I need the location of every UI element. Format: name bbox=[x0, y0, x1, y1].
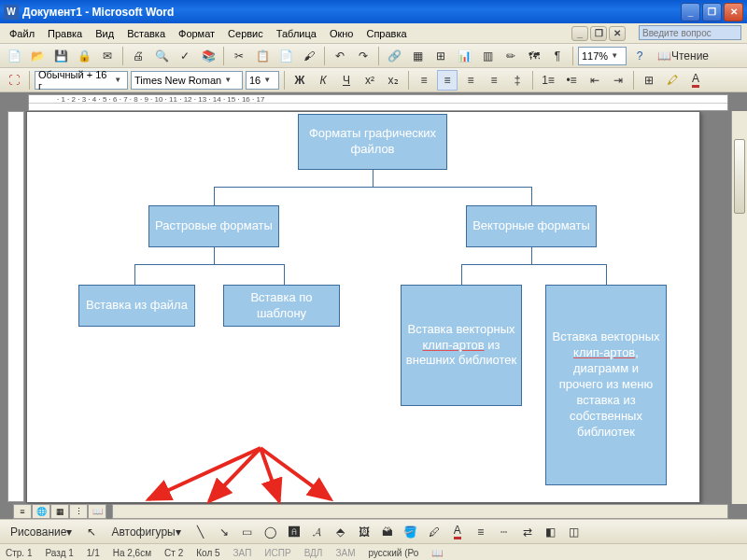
tables-borders-icon[interactable]: ▦ bbox=[407, 46, 428, 66]
save-icon[interactable]: 💾 bbox=[50, 46, 71, 66]
scrollbar-thumb[interactable] bbox=[734, 139, 745, 214]
select-objects-icon[interactable]: ↖ bbox=[81, 522, 102, 542]
chart-node-clip-external[interactable]: Вставка векторных клип-артов из внешних … bbox=[401, 285, 522, 406]
menu-file[interactable]: Файл bbox=[4, 26, 40, 41]
align-right-icon[interactable]: ≡ bbox=[460, 70, 481, 91]
chart-node-clip-own[interactable]: Вставка векторных клип-артов, диаграмм и… bbox=[545, 285, 667, 485]
3d-icon[interactable]: ◫ bbox=[564, 522, 585, 542]
status-spell-icon[interactable]: 📖 bbox=[431, 548, 443, 558]
dash-style-icon[interactable]: ┄ bbox=[494, 522, 514, 542]
fontsize-combo[interactable]: 16▼ bbox=[246, 71, 279, 90]
clipart-icon[interactable]: 🖼 bbox=[354, 522, 374, 542]
line-icon[interactable]: ╲ bbox=[190, 522, 211, 542]
textbox-icon[interactable]: 🅰 bbox=[284, 522, 304, 542]
doc-close-button[interactable]: ✕ bbox=[609, 26, 626, 41]
chart-node-root[interactable]: Форматы графических файлов bbox=[298, 114, 447, 170]
help-icon[interactable]: ? bbox=[629, 46, 650, 66]
menu-table[interactable]: Таблица bbox=[271, 26, 322, 41]
diagram-icon[interactable]: ⬘ bbox=[331, 522, 351, 542]
document-page[interactable]: Форматы графических файлов Растровые фор… bbox=[26, 111, 700, 503]
mail-icon[interactable]: ✉ bbox=[97, 46, 118, 66]
print-icon[interactable]: 🖨 bbox=[128, 46, 148, 66]
bold-icon[interactable]: Ж bbox=[289, 70, 310, 91]
ruler-vertical[interactable] bbox=[7, 111, 24, 502]
redo-icon[interactable]: ↷ bbox=[353, 46, 374, 66]
arrow-icon[interactable]: ↘ bbox=[214, 522, 234, 542]
align-justify-icon[interactable]: ≡ bbox=[484, 70, 504, 91]
chart-node-template[interactable]: Вставка по шаблону bbox=[223, 285, 340, 327]
style-combo[interactable]: Обычный + 16 г▼ bbox=[35, 71, 128, 90]
undo-icon[interactable]: ↶ bbox=[330, 46, 350, 66]
preview-icon[interactable]: 🔍 bbox=[151, 46, 172, 66]
format-painter-icon[interactable]: 🖌 bbox=[299, 46, 319, 66]
line-spacing-icon[interactable]: ‡ bbox=[507, 70, 528, 91]
excel-icon[interactable]: 📊 bbox=[454, 46, 474, 66]
arrow-style-icon[interactable]: ⇄ bbox=[517, 522, 538, 542]
paragraph-icon[interactable]: ¶ bbox=[547, 46, 568, 66]
menu-service[interactable]: Сервис bbox=[222, 26, 269, 41]
help-question-input[interactable] bbox=[639, 25, 741, 40]
oval-icon[interactable]: ◯ bbox=[261, 522, 281, 542]
indent-dec-icon[interactable]: ⇤ bbox=[585, 70, 605, 91]
doc-restore-button[interactable]: ❐ bbox=[590, 26, 607, 41]
insert-table-icon[interactable]: ⊞ bbox=[430, 46, 451, 66]
autoshapes-menu[interactable]: Автофигуры ▾ bbox=[105, 522, 187, 542]
underline-icon[interactable]: Ч bbox=[336, 70, 357, 91]
fill-color-icon[interactable]: 🪣 bbox=[401, 522, 421, 542]
line-color-icon[interactable]: 🖊 bbox=[424, 522, 444, 542]
highlight-icon[interactable]: 🖍 bbox=[662, 70, 683, 91]
cut-icon[interactable]: ✂ bbox=[229, 46, 249, 66]
wordart-icon[interactable]: 𝓐 bbox=[307, 522, 328, 542]
new-doc-icon[interactable]: 📄 bbox=[4, 46, 24, 66]
ruler-horizontal[interactable]: · 1 · 2 · 3 · 4 · 5 · 6 · 7 · 8 · 9 · 10… bbox=[28, 94, 728, 111]
view-web-icon[interactable]: 🌐 bbox=[32, 504, 50, 519]
chart-node-vector[interactable]: Векторные форматы bbox=[466, 205, 597, 247]
view-reading-icon[interactable]: 📖 bbox=[88, 504, 106, 519]
bullets-icon[interactable]: •≡ bbox=[561, 70, 582, 91]
paste-icon[interactable]: 📄 bbox=[275, 46, 296, 66]
copy-icon[interactable]: 📋 bbox=[252, 46, 273, 66]
maximize-button[interactable]: ❐ bbox=[702, 3, 722, 21]
open-icon[interactable]: 📂 bbox=[27, 46, 48, 66]
align-left-icon[interactable]: ≡ bbox=[414, 70, 434, 91]
line-style-icon[interactable]: ≡ bbox=[471, 522, 491, 542]
font-color-draw-icon[interactable]: A bbox=[447, 522, 468, 542]
numbering-icon[interactable]: 1≡ bbox=[538, 70, 558, 91]
permission-icon[interactable]: 🔒 bbox=[74, 46, 94, 66]
doc-minimize-button[interactable]: _ bbox=[571, 26, 588, 41]
horizontal-scrollbar[interactable] bbox=[112, 504, 728, 519]
hyperlink-icon[interactable]: 🔗 bbox=[384, 46, 404, 66]
subscript-icon[interactable]: x₂ bbox=[383, 70, 403, 91]
menu-help[interactable]: Справка bbox=[360, 26, 412, 41]
view-print-icon[interactable]: ▦ bbox=[50, 504, 69, 519]
superscript-icon[interactable]: x² bbox=[359, 70, 380, 91]
zoom-combo[interactable]: 117%▼ bbox=[578, 47, 627, 65]
menu-edit[interactable]: Правка bbox=[42, 26, 88, 41]
italic-icon[interactable]: К bbox=[313, 70, 333, 91]
columns-icon[interactable]: ▥ bbox=[477, 46, 498, 66]
menu-format[interactable]: Формат bbox=[173, 26, 220, 41]
shadow-icon[interactable]: ◧ bbox=[541, 522, 561, 542]
view-normal-icon[interactable]: ≡ bbox=[13, 504, 32, 519]
font-combo[interactable]: Times New Roman▼ bbox=[131, 71, 243, 90]
read-mode-button[interactable]: 📖 Чтение bbox=[653, 46, 713, 66]
chart-node-raster[interactable]: Растровые форматы bbox=[148, 205, 279, 247]
picture-icon[interactable]: 🏔 bbox=[377, 522, 398, 542]
menu-window[interactable]: Окно bbox=[324, 26, 359, 41]
close-button[interactable]: ✕ bbox=[724, 3, 743, 21]
format-tools-icon[interactable]: ⛶ bbox=[4, 70, 24, 91]
rectangle-icon[interactable]: ▭ bbox=[237, 522, 258, 542]
align-center-icon[interactable]: ≡ bbox=[437, 70, 458, 91]
minimize-button[interactable]: _ bbox=[681, 3, 700, 21]
spell-icon[interactable]: ✓ bbox=[175, 46, 195, 66]
drawing-menu[interactable]: Рисование ▾ bbox=[4, 522, 78, 542]
vertical-scrollbar[interactable] bbox=[731, 111, 747, 504]
view-outline-icon[interactable]: ⋮ bbox=[69, 504, 88, 519]
research-icon[interactable]: 📚 bbox=[198, 46, 218, 66]
chart-node-file[interactable]: Вставка из файла bbox=[78, 285, 195, 327]
docmap-icon[interactable]: 🗺 bbox=[524, 46, 544, 66]
borders-icon[interactable]: ⊞ bbox=[639, 70, 659, 91]
menu-view[interactable]: Вид bbox=[90, 26, 120, 41]
drawing-toggle-icon[interactable]: ✏ bbox=[500, 46, 521, 66]
menu-insert[interactable]: Вставка bbox=[121, 26, 171, 41]
